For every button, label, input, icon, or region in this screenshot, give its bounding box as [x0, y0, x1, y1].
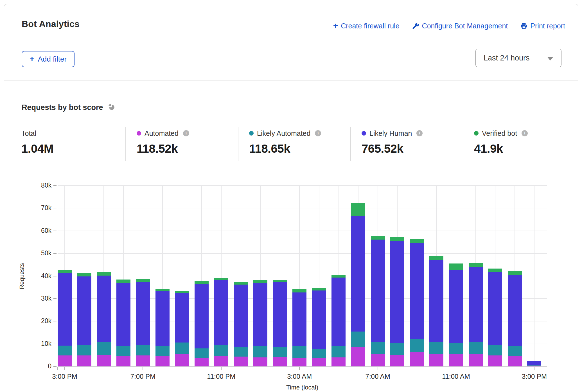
- stat-likely-human-value: 765.52k: [362, 142, 423, 156]
- info-icon[interactable]: i: [416, 130, 423, 136]
- bar-segment-likely-automated: [214, 345, 228, 356]
- bar-segment-likely-automated: [410, 339, 424, 352]
- stacked-bar-300pm[interactable]: [527, 361, 541, 366]
- create-firewall-rule-label: Create firewall rule: [341, 22, 399, 30]
- stacked-bar-700am[interactable]: [371, 236, 385, 366]
- stacked-bar-1000am[interactable]: [429, 256, 443, 366]
- bar-segment-automated: [214, 356, 228, 366]
- stacked-bar-200am[interactable]: [273, 280, 287, 366]
- bar-segment-automated: [469, 354, 483, 366]
- bar-segment-verified-bot: [488, 269, 502, 272]
- stacked-bar-500pm[interactable]: [97, 272, 111, 366]
- configure-bot-management-link[interactable]: Configure Bot Management: [412, 22, 508, 30]
- stat-likely-automated: Likely Automated i 118.65k: [249, 129, 321, 156]
- stacked-bar-1100pm[interactable]: [214, 278, 228, 366]
- bar-segment-verified-bot: [410, 239, 424, 243]
- configure-bot-management-label: Configure Bot Management: [422, 22, 508, 30]
- stat-likely-human: Likely Human i 765.52k: [362, 129, 423, 156]
- bar-segment-likely-automated: [175, 343, 189, 354]
- bar-segment-likely-human: [527, 361, 541, 365]
- bar-segment-automated: [508, 356, 522, 366]
- bar-segment-likely-automated: [155, 346, 170, 356]
- create-firewall-rule-link[interactable]: + Create firewall rule: [333, 22, 400, 30]
- bar-segment-automated: [527, 366, 541, 366]
- bar-segment-likely-human: [234, 285, 248, 347]
- stacked-bar-900pm[interactable]: [175, 291, 189, 366]
- stacked-bar-800am[interactable]: [390, 237, 404, 366]
- bar-segment-likely-automated: [195, 348, 209, 358]
- stacked-bar-1200pm[interactable]: [469, 263, 483, 366]
- stacked-bar-300am[interactable]: [292, 289, 306, 366]
- stacked-bar-200pm[interactable]: [508, 271, 522, 366]
- stacked-bar-100pm[interactable]: [488, 269, 502, 366]
- print-report-link[interactable]: Print report: [520, 22, 565, 30]
- stacked-bar-800pm[interactable]: [155, 289, 170, 366]
- bar-segment-automated: [429, 354, 443, 366]
- stat-divider: [125, 127, 126, 161]
- bar-segment-verified-bot: [97, 272, 111, 276]
- bar-segment-automated: [488, 355, 502, 366]
- add-filter-label: Add filter: [38, 55, 67, 64]
- bar-segment-automated: [273, 357, 287, 366]
- stacked-bar-1100am[interactable]: [449, 263, 463, 366]
- info-icon[interactable]: i: [315, 130, 321, 136]
- likely-automated-legend-dot: [249, 131, 254, 136]
- stacked-bar-1200am[interactable]: [234, 282, 248, 366]
- bar-segment-verified-bot: [175, 291, 189, 293]
- stacked-bar-1000pm[interactable]: [195, 281, 209, 366]
- time-range-select[interactable]: Last 24 hours: [475, 49, 561, 67]
- stacked-bar-400pm[interactable]: [77, 273, 91, 366]
- bar-segment-likely-human: [331, 278, 346, 346]
- stacked-bar-600am[interactable]: [351, 203, 365, 366]
- stat-likely-human-label: Likely Human: [369, 129, 412, 138]
- likely-human-legend-dot: [362, 131, 366, 136]
- bar-segment-verified-bot: [195, 281, 209, 284]
- bar-segment-automated: [175, 354, 189, 366]
- stacked-bar-700pm[interactable]: [136, 279, 150, 366]
- plus-icon: +: [333, 21, 338, 30]
- stat-automated-label: Automated: [145, 129, 179, 138]
- stacked-bar-100am[interactable]: [253, 280, 267, 366]
- bar-segment-likely-human: [351, 216, 365, 332]
- bar-segment-likely-automated: [488, 345, 502, 355]
- bar-segment-verified-bot: [214, 278, 228, 280]
- bar-segment-automated: [410, 352, 424, 366]
- bar-segment-likely-automated: [390, 343, 404, 355]
- stat-likely-automated-label: Likely Automated: [257, 129, 310, 138]
- stacked-bar-300pm[interactable]: [58, 270, 72, 366]
- stacked-bar-400am[interactable]: [312, 288, 326, 366]
- bar-segment-likely-human: [253, 283, 267, 346]
- bar-segment-automated: [253, 357, 267, 366]
- stat-total-label: Total: [21, 129, 36, 138]
- stat-divider: [463, 127, 463, 161]
- automated-legend-dot: [137, 131, 141, 136]
- info-icon[interactable]: i: [522, 130, 528, 136]
- bar-segment-verified-bot: [351, 203, 365, 216]
- bar-segment-verified-bot: [136, 279, 150, 282]
- bar-segment-verified-bot: [116, 280, 130, 283]
- bar-segment-likely-human: [312, 290, 326, 349]
- bar-segment-automated: [77, 355, 91, 366]
- bar-segment-likely-automated: [97, 342, 111, 355]
- bar-segment-likely-automated: [253, 346, 267, 357]
- bar-segment-likely-automated: [273, 347, 287, 357]
- time-range-value: Last 24 hours: [484, 54, 530, 62]
- stacked-bar-600pm[interactable]: [116, 280, 130, 366]
- add-filter-button[interactable]: + Add filter: [22, 51, 75, 67]
- stacked-bar-900am[interactable]: [410, 239, 424, 366]
- bar-segment-automated: [331, 357, 346, 366]
- bar-segment-likely-automated: [292, 346, 306, 357]
- bar-segment-likely-human: [77, 276, 91, 345]
- bar-segment-likely-human: [136, 282, 150, 345]
- info-icon[interactable]: i: [183, 130, 189, 136]
- bar-segment-likely-automated: [136, 345, 150, 355]
- section-heading: Requests by bot score: [22, 103, 115, 112]
- header-actions: + Create firewall rule Configure Bot Man…: [333, 22, 565, 30]
- bar-segment-likely-human: [116, 283, 130, 346]
- bar-segment-likely-human: [58, 273, 72, 346]
- bar-segment-automated: [155, 356, 170, 366]
- stacked-bar-500am[interactable]: [331, 275, 346, 366]
- bar-segment-likely-human: [273, 282, 287, 347]
- bar-segment-verified-bot: [371, 236, 385, 240]
- bar-segment-verified-bot: [469, 263, 483, 267]
